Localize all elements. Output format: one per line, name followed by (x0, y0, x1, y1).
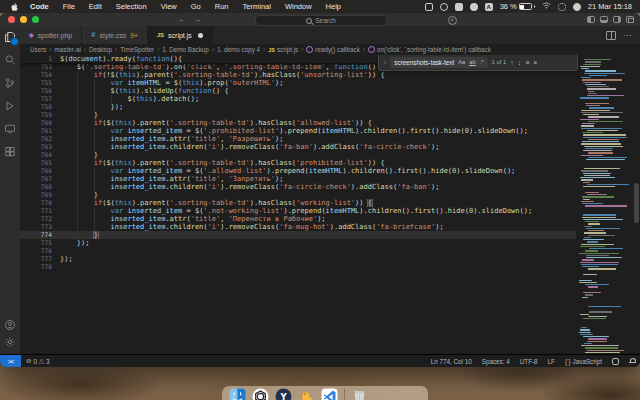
indentation-setting[interactable]: Spaces: 4 (477, 358, 515, 365)
menubar-extra-icon-2[interactable] (440, 3, 448, 11)
breadcrumb-item[interactable]: Users (30, 46, 46, 53)
modified-dot-icon[interactable] (198, 33, 203, 38)
menubar-extra-icon-1[interactable] (425, 3, 433, 11)
menu-window[interactable]: Window (278, 0, 319, 13)
code-line[interactable]: 768 inserted_item.children('i').removeCl… (20, 183, 576, 191)
feedback-icon[interactable] (607, 358, 624, 365)
eol-setting[interactable]: LF (543, 358, 560, 365)
navigate-back-icon[interactable]: ← (178, 15, 186, 24)
menubar-clock[interactable]: 21 Mar 15:18 (588, 2, 632, 11)
settings-gear-icon[interactable] (3, 335, 17, 349)
menu-terminal[interactable]: Terminal (236, 0, 278, 13)
tab-style.css[interactable]: #style.css9+ (82, 26, 147, 44)
code-line[interactable]: 765 if($(this).parent('.sorting-table-td… (20, 159, 576, 167)
minimize-window-button[interactable] (20, 16, 27, 23)
code-line[interactable]: 775 }); (20, 239, 576, 247)
breadcrumb-item[interactable]: 1. Demo Backup (162, 46, 209, 53)
breadcrumb-item[interactable]: TimeSpotter (120, 46, 154, 53)
run-debug-icon[interactable] (3, 99, 17, 113)
language-mode[interactable]: { } JavaScript (560, 358, 607, 365)
dock-yandex-browser-icon[interactable]: Y (275, 388, 292, 400)
battery-indicator[interactable]: 36 % (500, 2, 535, 11)
breadcrumb-item[interactable]: Desktop (89, 46, 112, 53)
menubar-extra-icon-3[interactable] (455, 3, 463, 11)
find-input[interactable]: screenshots-task-text Aa ab .* (390, 57, 487, 68)
code-line[interactable]: 770 if($(this).parent('.sorting-table-td… (20, 199, 576, 207)
code-line[interactable]: 761 var inserted_item = $('.prohibited-l… (20, 127, 576, 135)
menu-file[interactable]: File (56, 0, 82, 13)
code-line[interactable]: 778 (20, 263, 576, 271)
menu-view[interactable]: View (154, 0, 184, 13)
toggle-secondary-sidebar-icon[interactable] (613, 16, 621, 23)
find-previous-icon[interactable]: ↑ (510, 59, 514, 66)
menu-go[interactable]: Go (184, 0, 208, 13)
search-view-icon[interactable] (3, 53, 17, 67)
tab-script.js[interactable]: JSscript.js (148, 26, 213, 44)
toggle-replace-icon[interactable]: › (384, 59, 386, 66)
code-line[interactable]: 777}); (20, 255, 576, 263)
menubar-extra-icon-4[interactable] (470, 3, 478, 11)
code-line[interactable]: 774 } (20, 231, 576, 239)
code-line[interactable]: 758 }); (20, 103, 576, 111)
match-case-toggle[interactable]: Aa (458, 59, 465, 65)
customize-layout-icon[interactable] (626, 16, 634, 23)
notifications-bell-icon[interactable] (624, 358, 640, 364)
minimap[interactable] (576, 55, 633, 355)
toggle-sidebar-icon[interactable] (587, 16, 595, 23)
menubar-extra-icon-5[interactable] (558, 3, 566, 11)
code-line[interactable]: 764 } (20, 151, 576, 159)
problems-indicator[interactable]: ⊘ 0 △ 3 (21, 357, 54, 365)
regex-toggle[interactable]: .* (480, 59, 484, 65)
encoding-setting[interactable]: UTF-8 (515, 358, 543, 365)
breadcrumb-item[interactable]: 1. demo copy 4 (217, 46, 260, 53)
explorer-icon[interactable] (3, 30, 17, 44)
dock-trash-icon[interactable] (351, 388, 368, 400)
breadcrumb-item[interactable]: master-al (55, 46, 81, 53)
menu-app-name[interactable]: Code (23, 0, 56, 13)
menu-edit[interactable]: Edit (82, 0, 109, 13)
more-actions-icon[interactable]: ⋯ (623, 33, 632, 38)
breadcrumb-item[interactable]: on('click', '.sorting-table-td-item') ca… (368, 46, 491, 53)
split-editor-icon[interactable] (606, 31, 616, 40)
code-line[interactable]: 766 var inserted_item = $('.allowed-list… (20, 167, 576, 175)
close-window-button[interactable] (8, 16, 15, 23)
extensions-icon[interactable] (3, 145, 17, 159)
menu-selection[interactable]: Selection (109, 0, 154, 13)
menu-run[interactable]: Run (208, 0, 236, 13)
source-control-icon[interactable] (3, 76, 17, 90)
code-line[interactable]: 759 } (20, 111, 576, 119)
breadcrumb-item[interactable]: JSscript.js (268, 46, 298, 53)
code-line[interactable]: 763 inserted_item.children('i').removeCl… (20, 143, 576, 151)
dock-chatgpt-icon[interactable] (252, 388, 269, 400)
cursor-position[interactable]: Ln 774, Col 10 (426, 358, 477, 365)
scrollbar-slider[interactable] (634, 183, 639, 223)
code-line[interactable]: 771 var inserted_item = $('.not-working-… (20, 207, 576, 215)
code-line[interactable]: 772 inserted_item.attr('title', 'Перенес… (20, 215, 576, 223)
code-line[interactable]: 769 } (20, 191, 576, 199)
code-line[interactable]: 754 if(!$(this).parent('.sorting-table-t… (20, 71, 576, 79)
apple-menu-icon[interactable] (10, 2, 19, 12)
code-line[interactable]: 762 inserted_item.attr('title', 'Разреши… (20, 135, 576, 143)
code-line[interactable]: 773 inserted_item.children('i').removeCl… (20, 223, 576, 231)
remote-indicator[interactable]: >< (0, 355, 21, 367)
user-switcher-icon[interactable] (573, 3, 581, 11)
titlebar-account-icon[interactable] (448, 16, 457, 25)
code-line[interactable]: 767 inserted_item.attr('title', 'Запрети… (20, 175, 576, 183)
code-line[interactable]: 757 $(this).detach(); (20, 95, 576, 103)
toggle-panel-icon[interactable] (600, 16, 608, 23)
code-line[interactable]: 776 (20, 247, 576, 255)
dock-vscode-icon[interactable] (321, 388, 338, 400)
tab-spotter.php[interactable]: ◆spotter.php (20, 26, 82, 44)
wifi-icon[interactable] (542, 2, 551, 11)
accounts-icon[interactable] (3, 318, 17, 332)
command-center-search[interactable]: Search (255, 15, 387, 26)
code-line[interactable]: 760 if($(this).parent('.sorting-table-td… (20, 119, 576, 127)
code-editor[interactable]: 1$(document).ready(function(){753 $('.so… (20, 55, 640, 355)
navigate-forward-icon[interactable]: → (193, 15, 201, 24)
remote-explorer-icon[interactable] (3, 122, 17, 136)
whole-word-toggle[interactable]: ab (469, 59, 475, 65)
zoom-window-button[interactable] (32, 16, 39, 23)
code-line[interactable]: 756 $(this).slideUp(function() { (20, 87, 576, 95)
find-in-selection-icon[interactable]: ≡ (525, 59, 529, 66)
dock-cyberduck-icon[interactable] (298, 388, 315, 400)
